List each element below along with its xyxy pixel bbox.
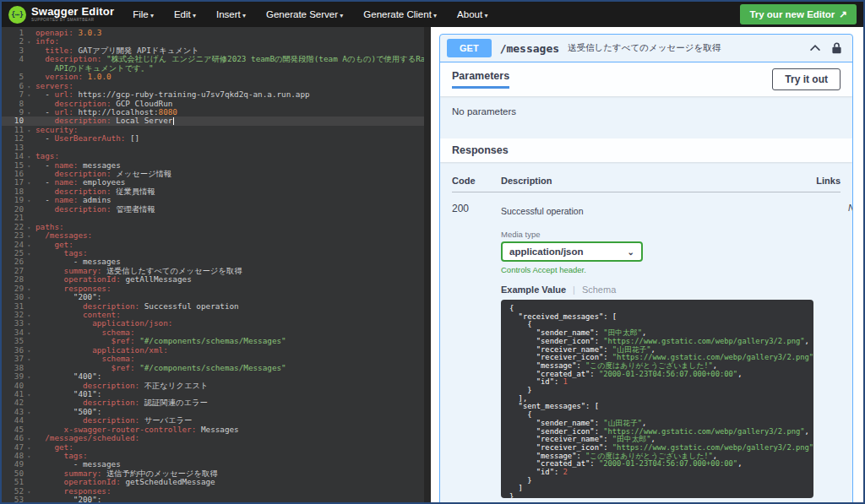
responses-title: Responses [452,144,509,156]
opblock-get-messages: GET /messages 送受信したすべてのメッセージを取得 [439,34,853,502]
chevron-up-icon [809,42,821,54]
endpoint-path: /messages [500,42,559,55]
example-line: } [509,493,805,498]
example-line: } [509,387,805,395]
menu-file[interactable]: File [133,9,154,19]
tab-schema[interactable]: Schema [582,285,616,295]
menu-insert[interactable]: Insert [216,9,246,19]
example-line: "received_messages": [ [509,313,805,322]
response-row-400: 400 不正なリクエスト No links [452,498,841,502]
line-number: 4 [2,55,27,63]
editor-line-code: - UserBearerAuth: [] [27,134,139,143]
column-code: Code [452,176,501,186]
yaml-code-editor[interactable]: 1openapi: 3.0.32info:3 title: GATアプリ開発 A… [2,27,424,502]
example-json-block: { "received_messages": [ { "sender_name"… [501,300,813,498]
menu-generate-client[interactable]: Generate Client [363,9,437,19]
accept-header-note: Controls Accept header. [501,265,813,274]
line-number: 23 [2,231,27,240]
editor-line[interactable]: 53 "200": [2,496,424,502]
text-cursor [173,117,174,125]
response-row-200: 200 Successful operation Media type appl… [452,192,841,498]
editor-line-code [27,214,35,222]
response-description: Successful operation [501,206,813,216]
menu-edit[interactable]: Edit [174,9,196,19]
editor-line[interactable]: 20 description: 管理者情報 [2,205,424,214]
editor-line-code [27,144,35,152]
line-number: 53 [2,496,27,502]
operation-summary-header[interactable]: GET /messages 送受信したすべてのメッセージを取得 [440,35,852,62]
column-description: Description [501,176,773,186]
example-line: } [509,477,805,485]
editor-line-code: description: 管理者情報 [27,205,155,214]
top-menu-bar: Swagger Editor Supported by SMARTBEAR Fi… [2,2,863,27]
editor-line[interactable]: 12 - UserBearerAuth: [] [2,134,424,143]
try-new-editor-button[interactable]: Try our new Editor ↗ [740,4,857,24]
media-type-label: Media type [501,230,813,239]
example-line: "sent_messages": [ [509,403,805,411]
parameters-body: No parameters [440,96,852,138]
menu-generate-server[interactable]: Generate Server [266,9,343,19]
menu-list: File Edit Insert Generate Server Generat… [133,9,487,19]
external-link-icon: ↗ [839,8,847,20]
swagger-ui-panel: GET /messages 送受信したすべてのメッセージを取得 [431,27,863,502]
try-it-out-button[interactable]: Try it out [772,68,841,90]
editor-line-code: "200": [27,496,101,502]
line-number: 39 [2,372,27,381]
app-window: Swagger Editor Supported by SMARTBEAR Fi… [0,0,865,504]
responses-section-header: Responses [440,138,852,162]
media-type-select[interactable]: application/json [501,241,643,262]
swagger-logo-icon [8,6,26,24]
status-code: 200 [452,203,501,498]
app-title: Swagger Editor [31,6,114,17]
editor-line[interactable]: 1openapi: 3.0.3 [2,29,424,37]
links-value: No links [813,203,853,498]
parameters-section-header: Parameters Try it out [440,62,852,96]
responses-table-header: Code Description Links [452,171,841,192]
app-subtitle: Supported by SMARTBEAR [31,19,114,23]
editor-line[interactable]: 21 [2,214,424,222]
tab-example-value[interactable]: Example Value [501,285,566,295]
no-parameters-text: No parameters [452,106,516,117]
http-method-badge: GET [447,39,492,57]
authorize-lock-button[interactable] [831,42,842,54]
responses-body: Code Description Links 200 Successful op… [440,162,852,502]
line-number: 46 [2,434,27,442]
example-line: "id": 1 [509,378,805,387]
panel-splitter[interactable] [424,27,431,502]
line-number: 14 [2,152,27,160]
editor-line[interactable]: 13 [2,144,424,152]
lock-icon [831,42,842,54]
menu-about[interactable]: About [457,9,487,19]
example-tabs: Example Value | Schema [501,285,813,295]
endpoint-summary: 送受信したすべてのメッセージを取得 [568,42,721,54]
example-line: ] [509,485,805,493]
column-links: Links [773,176,841,186]
collapse-operation-button[interactable] [809,42,821,54]
line-number: 30 [2,293,27,301]
tab-parameters[interactable]: Parameters [452,70,509,89]
example-line: "id": 2 [509,469,805,477]
swagger-editor-logo[interactable]: Swagger Editor Supported by SMARTBEAR [8,6,114,24]
line-number: 7 [2,90,27,99]
